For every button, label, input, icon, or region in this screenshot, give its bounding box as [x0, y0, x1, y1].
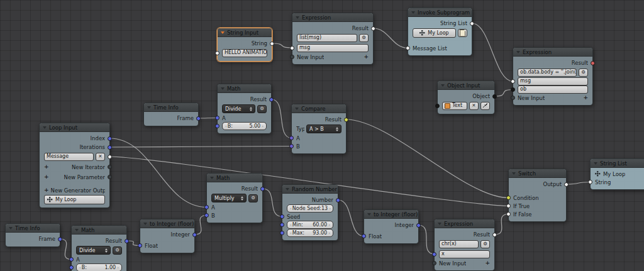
node-header[interactable]: Switch: [509, 169, 566, 178]
gear-icon[interactable]: ⚙: [248, 194, 258, 202]
collapse-triangle-icon[interactable]: [75, 229, 79, 231]
collapse-triangle-icon[interactable]: [286, 188, 289, 191]
collapse-triangle-icon[interactable]: [147, 106, 151, 109]
loop_input-button[interactable]: My Loop: [44, 195, 105, 204]
text-field-value[interactable]: ob.data.body = ''.join(msg): [518, 69, 577, 77]
time_bottom.frame-socket[interactable]: [58, 237, 62, 241]
switch.condition-socket[interactable]: [506, 196, 511, 200]
node-header[interactable]: Math: [207, 174, 262, 182]
expr_bottom.result-socket[interactable]: [492, 233, 497, 237]
expr_right.ob-socket[interactable]: [511, 87, 515, 92]
random.seed-socket[interactable]: [280, 214, 284, 219]
node-header[interactable]: Invoke Subprogram: [408, 8, 472, 17]
collapse-triangle-icon[interactable]: [221, 87, 225, 90]
math_bottom.a-socket[interactable]: [69, 257, 74, 262]
node-header[interactable]: Math: [72, 226, 126, 235]
collapse-triangle-icon[interactable]: [9, 227, 13, 230]
node-header[interactable]: Loop Input: [40, 123, 109, 132]
dropdown-select[interactable]: Multiply: [211, 194, 247, 202]
node-math_top[interactable]: MathResultDivide⚙A‹B: 5.00›: [217, 84, 272, 134]
text-field-value[interactable]: x: [439, 250, 490, 258]
node-string_list[interactable]: String ListMy LoopString: [590, 158, 644, 190]
number-slider[interactable]: ‹B: 1.00›: [76, 263, 122, 271]
number-slider[interactable]: ‹B: 5.00›: [222, 122, 267, 130]
math_mult.b-socket[interactable]: [204, 213, 209, 218]
toint_right.float-socket[interactable]: [362, 234, 366, 238]
collapse-triangle-icon[interactable]: [441, 84, 445, 87]
expr_right.msg-socket[interactable]: [511, 79, 515, 84]
number-slider[interactable]: ‹Max: 93.00›: [287, 229, 333, 237]
node-header[interactable]: String Input: [218, 28, 272, 37]
switch.if_false-socket[interactable]: [506, 212, 511, 216]
node-object_input[interactable]: Object InputObjectText✕: [437, 80, 495, 114]
slider-right-arrow-icon[interactable]: ›: [328, 206, 331, 211]
collapse-triangle-icon[interactable]: [516, 51, 520, 53]
math_mult.a-socket[interactable]: [204, 205, 209, 209]
page-button[interactable]: [458, 29, 467, 37]
text-field-value[interactable]: list(msg): [297, 34, 357, 42]
toint_bottom.integer-socket[interactable]: [192, 233, 197, 237]
node-header[interactable]: String List: [591, 159, 644, 168]
node-header[interactable]: Object Input: [438, 81, 494, 90]
plus-icon[interactable]: +: [364, 54, 369, 60]
slider-right-arrow-icon[interactable]: ›: [328, 231, 331, 236]
expr_bottom.x-socket[interactable]: [432, 252, 436, 257]
node-random[interactable]: Random NumberNumber‹Node Seed: 13›Seed‹M…: [282, 184, 338, 241]
string_list.string-socket[interactable]: [588, 180, 592, 184]
node-toint_bottom[interactable]: to Integer (floor)IntegerFloat: [140, 219, 195, 253]
expr_right.result-socket[interactable]: [591, 61, 595, 65]
random.number-socket[interactable]: [336, 198, 340, 202]
expr_top.result-socket[interactable]: [371, 26, 375, 31]
slider-right-arrow-icon[interactable]: ›: [261, 124, 264, 129]
text-field-value[interactable]: msg: [518, 77, 588, 86]
random.max-socket[interactable]: [280, 231, 284, 235]
loop_input.message-socket[interactable]: [108, 155, 112, 159]
node-compare[interactable]: CompareResultType:A > BAB: [291, 104, 347, 154]
math_mult.result-socket[interactable]: [260, 187, 265, 191]
compare.a-socket[interactable]: [289, 136, 294, 140]
collapse-triangle-icon[interactable]: [43, 126, 47, 129]
dropdown-select[interactable]: Divide: [76, 246, 111, 255]
plus-icon[interactable]: +: [583, 95, 588, 101]
gear-icon[interactable]: ⚙: [257, 105, 267, 113]
math_bottom.b-socket[interactable]: [69, 265, 74, 270]
node-header[interactable]: to Integer (floor): [140, 219, 194, 228]
dropdown-select[interactable]: A > B: [306, 124, 341, 133]
node-math_mult[interactable]: MathResultMultiply⚙AB: [206, 173, 263, 223]
collapse-triangle-icon[interactable]: [411, 11, 415, 14]
toint_bottom.float-socket[interactable]: [138, 243, 142, 248]
node-math_bottom[interactable]: MathResultDivide⚙A‹B: 1.00›: [71, 225, 127, 271]
gear-icon[interactable]: ⚙: [113, 246, 122, 255]
text-field-value[interactable]: msg: [297, 44, 369, 52]
collapse-triangle-icon[interactable]: [512, 172, 516, 175]
collapse-triangle-icon[interactable]: [367, 213, 371, 216]
node-switch[interactable]: SwitchOutputConditionIf TrueIf False: [508, 169, 567, 222]
expr_bottom.new_input-socket[interactable]: [432, 261, 436, 265]
string_input.string-socket[interactable]: [270, 41, 274, 46]
math_bottom.result-socket[interactable]: [125, 239, 129, 243]
collapse-triangle-icon[interactable]: [594, 162, 597, 165]
text-field-value[interactable]: chr(x): [439, 240, 479, 248]
plus-icon[interactable]: +: [44, 187, 49, 193]
collapse-triangle-icon[interactable]: [210, 177, 214, 179]
expr_top.new_input-socket[interactable]: [290, 55, 294, 59]
toint_right.integer-socket[interactable]: [416, 223, 421, 228]
gear-icon[interactable]: ⚙: [480, 240, 490, 248]
remove-x-icon[interactable]: ✕: [96, 153, 105, 161]
eyedropper-button[interactable]: [480, 102, 490, 110]
switch.if_true-socket[interactable]: [506, 204, 511, 208]
compare.b-socket[interactable]: [289, 144, 294, 148]
node-time_bottom[interactable]: Time InfoFrame: [5, 223, 60, 247]
node-time_top[interactable]: Time InfoFrame: [143, 102, 199, 126]
slider-right-arrow-icon[interactable]: ›: [328, 223, 331, 228]
number-slider[interactable]: ‹Node Seed: 13›: [287, 204, 333, 213]
compare.result-socket[interactable]: [344, 118, 348, 122]
node-expr_right[interactable]: ExpressionResultob.data.body = ''.join(m…: [513, 47, 593, 106]
math_top.result-socket[interactable]: [269, 97, 274, 102]
loop_input.iterations-socket[interactable]: [108, 145, 112, 150]
collapse-triangle-icon[interactable]: [143, 223, 147, 225]
gear-icon[interactable]: ⚙: [579, 69, 588, 77]
switch.output-socket[interactable]: [564, 182, 569, 187]
node-header[interactable]: Expression: [435, 219, 494, 228]
slider-right-arrow-icon[interactable]: ›: [116, 265, 119, 270]
